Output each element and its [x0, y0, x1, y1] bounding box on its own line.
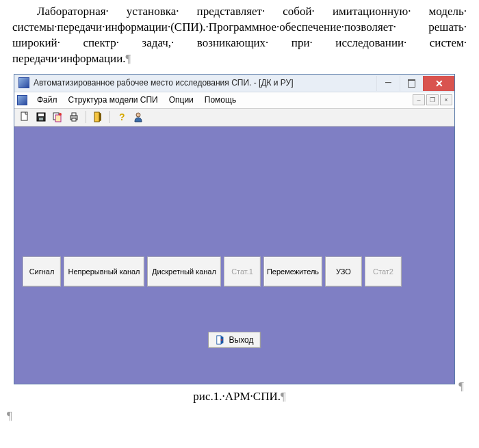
module-button[interactable]: Перемежитель: [263, 256, 322, 287]
module-button: Стат.1: [224, 256, 261, 287]
help-tool-button[interactable]: ?: [115, 110, 129, 124]
door-exit-icon: [92, 111, 103, 122]
intro-paragraph: Лабораторная· установка· представляет· с…: [0, 0, 479, 67]
menu-file[interactable]: Файл: [31, 93, 63, 107]
question-icon: ?: [116, 111, 127, 122]
module-button[interactable]: Дискретный канал: [147, 256, 221, 287]
svg-point-6: [59, 113, 62, 116]
svg-text:?: ?: [119, 111, 125, 122]
toolbar-separator: [86, 111, 86, 123]
module-button[interactable]: Непрерывный канал: [64, 256, 144, 287]
close-button[interactable]: [423, 76, 454, 91]
module-button[interactable]: УЗО: [325, 256, 362, 287]
svg-rect-10: [94, 112, 99, 122]
svg-point-13: [136, 113, 140, 117]
copy-icon: [52, 111, 63, 122]
svg-rect-3: [39, 118, 43, 120]
toolbar: ?: [14, 109, 454, 127]
menu-options[interactable]: Опции: [164, 93, 199, 107]
print-button[interactable]: [67, 110, 81, 124]
door-exit-icon: [216, 335, 225, 345]
menu-structure[interactable]: Структура модели СПИ: [63, 93, 164, 107]
empty-paragraph: ¶: [0, 404, 479, 423]
mdi-close-button[interactable]: ×: [440, 94, 452, 105]
mdi-restore-button[interactable]: ❐: [426, 94, 439, 105]
svg-rect-2: [38, 114, 44, 116]
menu-help[interactable]: Помощь: [199, 93, 242, 107]
menubar: Файл Структура модели СПИ Опции Помощь –…: [14, 92, 454, 109]
svg-rect-9: [72, 118, 76, 121]
save-button[interactable]: [34, 110, 48, 124]
window-controls: [376, 75, 454, 92]
save-icon: [36, 111, 47, 122]
mdi-minimize-button[interactable]: –: [413, 94, 425, 105]
app-icon: [18, 77, 29, 88]
svg-rect-14: [216, 336, 220, 344]
minimize-button[interactable]: [376, 76, 400, 91]
paragraph-mark: ¶: [458, 380, 464, 393]
maximize-button[interactable]: [400, 76, 423, 91]
mdi-child-controls: – ❐ ×: [413, 94, 454, 105]
exit-tool-button[interactable]: [91, 110, 105, 124]
toolbar-separator: [109, 111, 110, 123]
app-window: Автоматизированное рабочее место исследо…: [14, 74, 455, 384]
person-icon: [133, 111, 144, 122]
svg-rect-0: [21, 112, 27, 120]
exit-button-label: Выход: [229, 335, 254, 345]
module-button-row: СигналНепрерывный каналДискретный каналС…: [23, 256, 402, 287]
module-button[interactable]: Сигнал: [23, 256, 61, 287]
new-file-icon: [19, 111, 30, 122]
workspace: СигналНепрерывный каналДискретный каналС…: [14, 127, 454, 384]
titlebar[interactable]: Автоматизированное рабочее место исследо…: [14, 75, 454, 92]
copy-button[interactable]: [51, 110, 64, 124]
about-tool-button[interactable]: [131, 110, 145, 124]
new-file-button[interactable]: [18, 110, 31, 124]
svg-marker-11: [99, 112, 101, 122]
svg-rect-8: [72, 113, 76, 116]
svg-rect-5: [55, 115, 61, 122]
svg-rect-16: [220, 339, 222, 341]
window-title: Автоматизированное рабочее место исследо…: [34, 78, 376, 88]
figure-caption: рис.1.·АРМ·СПИ.¶: [0, 384, 479, 404]
print-icon: [68, 111, 79, 122]
app-icon-small: [17, 95, 27, 105]
module-button: Стат2: [365, 256, 402, 287]
exit-button[interactable]: Выход: [208, 332, 261, 348]
